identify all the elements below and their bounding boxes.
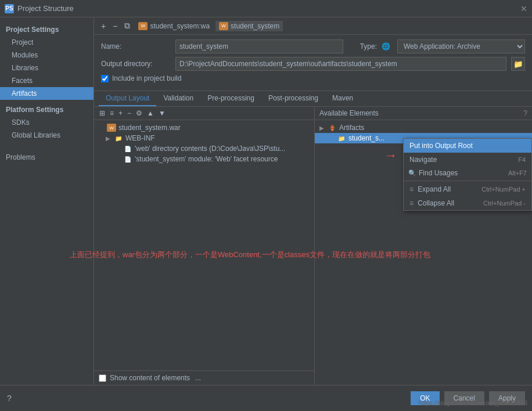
project-settings-header: Project Settings — [0, 22, 94, 36]
sidebar-item-problems[interactable]: Problems — [0, 151, 94, 164]
tree-arrow-web-inf: ▶ — [106, 135, 113, 142]
left-pane-toolbar: ⊞ ≡ + − ⚙ ▲ ▼ — [94, 107, 314, 120]
output-dir-input[interactable] — [175, 57, 506, 71]
sidebar-item-project[interactable]: Project — [0, 36, 94, 49]
show-content-checkbox[interactable] — [99, 374, 106, 382]
tree-item-web-inf[interactable]: ▶ 📁 WEB-INF — [94, 133, 314, 143]
remove-artifact-button[interactable]: − — [110, 20, 120, 32]
context-menu-navigate[interactable]: Navigate F4 — [404, 153, 531, 167]
name-row: Name: Type: 🌐 Web Application: Archive — [101, 39, 525, 53]
app-icon: PS — [5, 4, 14, 13]
right-pane-header: Available Elements ? — [315, 107, 532, 120]
tab-post-processing[interactable]: Post-processing — [261, 91, 325, 106]
grid-view-button[interactable]: ⊞ — [98, 109, 107, 118]
file-icon-web: 📄 — [123, 145, 132, 153]
collapse-icon: ≡ — [409, 199, 414, 207]
war-icon-2: W — [219, 22, 228, 30]
footer: ? OK Cancel Apply — [0, 385, 532, 411]
type-label: Type: — [348, 42, 377, 51]
file-icon-module: 📄 — [123, 155, 132, 163]
shortcut-collapse: Ctrl+NumPad - — [483, 200, 526, 207]
student-folder-icon: 📁 — [337, 134, 346, 142]
tree-item-war[interactable]: W student_system.war — [94, 122, 314, 133]
remove-item-button[interactable]: − — [125, 109, 133, 118]
artifacts-arrow: ▶ — [319, 125, 326, 131]
footer-help-icon[interactable]: ? — [7, 394, 12, 403]
sidebar-item-artifacts[interactable]: Artifacts — [0, 87, 94, 100]
context-menu-expand-all[interactable]: ≡ Expand All Ctrl+NumPad + — [404, 182, 531, 196]
annotation-text: 上面已经提到，war包分为两个部分，一个是WebContent,一个是class… — [70, 250, 430, 260]
arrow-annotation: → — [384, 148, 397, 163]
left-tree: W student_system.war ▶ 📁 WEB-INF 📄 'web'… — [94, 120, 314, 370]
name-label: Name: — [101, 42, 171, 51]
form-area: Name: Type: 🌐 Web Application: Archive O… — [94, 35, 532, 91]
sidebar-item-modules[interactable]: Modules — [0, 49, 94, 62]
add-item-button[interactable]: + — [117, 109, 124, 118]
name-input[interactable] — [175, 39, 343, 53]
title-bar: PS Project Structure ✕ — [0, 0, 532, 17]
context-menu: Put into Output Root Navigate F4 🔍 Find … — [403, 138, 532, 211]
shortcut-find-usages: Alt+F7 — [508, 170, 527, 176]
show-content-row: Show content of elements — [99, 374, 190, 382]
file-item-student-system[interactable]: W student_system — [215, 21, 283, 31]
include-in-build-checkbox[interactable] — [101, 75, 109, 82]
top-toolbar: + − ⧉ W student_system:wa W student_syst… — [94, 17, 532, 35]
bottom-toolbar: Show content of elements ... — [94, 370, 314, 385]
window-title: Project Structure — [17, 4, 74, 13]
left-pane: ⊞ ≡ + − ⚙ ▲ ▼ W student_system.war ▶ — [94, 107, 315, 385]
include-in-build-row: Include in project build — [101, 74, 525, 82]
settings-button[interactable]: ⚙ — [134, 109, 144, 118]
type-icon: 🌐 — [382, 42, 390, 51]
move-up-button[interactable]: ▲ — [145, 109, 156, 118]
file-item-student-system-war[interactable]: W student_system:wa — [135, 21, 213, 31]
platform-settings-header: Platform Settings — [0, 100, 94, 116]
watermark-url: https://blog.csdn.net/weixin_43615816 — [419, 399, 527, 406]
tab-validation[interactable]: Validation — [156, 91, 200, 106]
find-usages-row: 🔍 Find Usages Alt+F7 — [404, 167, 531, 179]
browse-folder-button[interactable]: 📁 — [511, 57, 525, 71]
close-button[interactable]: ✕ — [520, 4, 527, 13]
move-down-button[interactable]: ▼ — [157, 109, 167, 118]
available-elements-label: Available Elements — [319, 109, 379, 117]
sidebar-item-libraries[interactable]: Libraries — [0, 62, 94, 74]
war-icon: W — [138, 22, 148, 30]
tab-maven[interactable]: Maven — [325, 91, 360, 106]
tree-item-student-module[interactable]: 📄 'student_system' module: 'Web' facet r… — [94, 154, 314, 164]
include-in-build-label[interactable]: Include in project build — [112, 74, 181, 82]
list-view-button[interactable]: ≡ — [108, 109, 116, 118]
context-menu-put-into-output-root[interactable]: Put into Output Root — [404, 139, 531, 153]
type-select[interactable]: Web Application: Archive — [397, 39, 525, 53]
output-dir-row: Output directory: 📁 — [101, 57, 525, 71]
right-tree-artifacts[interactable]: ▶ 🏺 Artifacts — [315, 122, 532, 133]
copy-artifact-button[interactable]: ⧉ — [122, 20, 132, 32]
tabs-bar: Output Layout Validation Pre-processing … — [94, 91, 532, 107]
shortcut-navigate: F4 — [518, 156, 526, 163]
folder-icon: 📁 — [114, 134, 123, 142]
show-content-label[interactable]: Show content of elements — [110, 374, 190, 382]
shortcut-expand: Ctrl+NumPad + — [481, 186, 526, 193]
output-dir-label: Output directory: — [101, 60, 171, 68]
tree-item-web-dir[interactable]: 📄 'web' directory contents (D:\Code\Java… — [94, 143, 314, 154]
tab-output-layout[interactable]: Output Layout — [99, 91, 156, 106]
context-menu-separator — [404, 181, 531, 181]
expand-icon: ≡ — [409, 185, 414, 193]
sidebar-item-global-libraries[interactable]: Global Libraries — [0, 129, 94, 142]
war-file-icon: W — [107, 124, 116, 132]
sidebar-item-facets[interactable]: Facets — [0, 74, 94, 87]
sidebar: Project Settings Project Modules Librari… — [0, 17, 94, 385]
tab-pre-processing[interactable]: Pre-processing — [200, 91, 261, 106]
available-elements-help-icon: ? — [523, 109, 527, 117]
artifacts-icon: 🏺 — [328, 124, 337, 132]
add-artifact-button[interactable]: + — [99, 20, 108, 32]
more-options-button[interactable]: ... — [193, 373, 203, 383]
search-icon: 🔍 — [408, 170, 416, 177]
sidebar-item-sdks[interactable]: SDKs — [0, 116, 94, 129]
context-menu-collapse-all[interactable]: ≡ Collapse All Ctrl+NumPad - — [404, 196, 531, 210]
